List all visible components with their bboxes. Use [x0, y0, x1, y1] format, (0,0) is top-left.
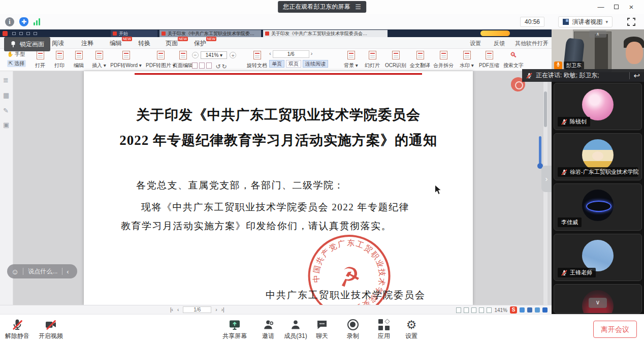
ribbon-tab-annotate[interactable]: 注释 — [81, 39, 93, 48]
view-double-page[interactable]: 双页 — [286, 60, 301, 68]
first-page-icon[interactable]: |‹ — [170, 307, 173, 313]
zoom-out-button[interactable]: − — [192, 52, 199, 58]
start-video-button[interactable]: 开启视频 — [35, 318, 67, 340]
ribbon-tab-convert[interactable]: 转换 — [138, 39, 150, 48]
layout-icon[interactable] — [471, 307, 476, 313]
prev-page-icon[interactable]: ‹ — [177, 307, 179, 313]
hand-tool[interactable]: ✋ 手型 — [7, 51, 25, 58]
quick-chat-placeholder[interactable]: 说点什么... — [28, 267, 57, 276]
ribbon-tab-protect[interactable]: 保护NEW — [194, 39, 206, 48]
fit-page-icon[interactable] — [192, 63, 198, 69]
attachment-panel-icon[interactable]: ▣ — [3, 121, 9, 129]
reply-arrow-icon[interactable]: ↩ — [633, 71, 640, 80]
layout-icon[interactable] — [479, 307, 484, 313]
settings-button[interactable]: ⚙ 设置 — [395, 318, 428, 340]
security-shield-icon[interactable]: ✚ — [19, 17, 28, 26]
participant-tile[interactable]: 王锋老师 — [554, 234, 642, 281]
view-single-page[interactable]: 单页 — [269, 60, 284, 68]
ribbon-settings[interactable]: 设置 — [470, 40, 481, 47]
fullscreen-icon[interactable] — [627, 17, 636, 26]
translate-icon — [416, 51, 424, 59]
quick-print-icon[interactable] — [19, 32, 23, 35]
scrollbar-thumb[interactable] — [544, 91, 547, 127]
close-button[interactable]: × — [624, 2, 639, 13]
minimize-button[interactable]: — — [593, 2, 608, 13]
compress-button[interactable]: PDF压缩 — [475, 50, 503, 70]
status-page-indicator[interactable]: 1/6 — [183, 306, 211, 313]
rotate-left-icon[interactable]: ↺ — [215, 63, 220, 70]
search-text-button[interactable]: 🔍︎搜索文字 — [500, 50, 527, 70]
rotate-right-icon[interactable]: ↻ — [222, 63, 227, 70]
outline-panel-icon[interactable]: ≣ — [3, 76, 9, 84]
next-page-icon[interactable]: › — [215, 307, 217, 313]
sidebar-collapse-handle[interactable]: › — [541, 166, 552, 192]
tab-document[interactable]: 关于印发《中共广东工贸职业技术学院委员会… — [159, 30, 261, 37]
lock-view-tooltip[interactable]: 锁定画面 — [4, 37, 50, 51]
last-page-icon[interactable]: ›| — [221, 307, 224, 313]
view-continuous[interactable]: 连续阅读 — [303, 60, 328, 68]
document-body-line2: 教育学习月活动实施方案》印发给你们，请认真贯彻落实。 — [121, 220, 392, 233]
ocr-button[interactable]: OCR识别 — [382, 50, 409, 70]
actual-size-icon[interactable] — [206, 63, 212, 69]
layout-icon[interactable] — [487, 307, 492, 313]
scroll-down-button[interactable]: ∨ — [589, 298, 607, 308]
scroll-position-marker[interactable] — [539, 136, 541, 164]
participant-tile[interactable]: 陈锐钊 — [554, 83, 642, 130]
emoji-icon[interactable]: ☺ — [11, 267, 19, 276]
banner-menu-icon[interactable]: ☰ — [355, 3, 361, 11]
meeting-info-icon[interactable]: i — [5, 17, 14, 26]
ocr-icon — [392, 51, 400, 59]
participant-tile[interactable]: 徐岩-广东工贸职业技术学院 — [554, 133, 642, 180]
layout-icon[interactable] — [456, 307, 461, 313]
tab-home[interactable]: 开始 — [111, 30, 157, 37]
tab-document-active[interactable]: 关于印发《中共广东工贸职业技术学院委员会… — [263, 30, 388, 37]
share-screen-button[interactable]: 共享屏幕 — [218, 318, 251, 340]
quick-redo-icon[interactable] — [34, 32, 37, 35]
background-button[interactable]: 背景 ▾ — [339, 50, 363, 70]
ribbon-tab-read[interactable]: 阅读 — [52, 39, 64, 48]
pdf-to-word-button[interactable]: PDF转Word ▾ — [110, 50, 142, 70]
record-button[interactable]: 录制 — [337, 318, 369, 340]
participant-tile[interactable]: ∨ — [554, 284, 642, 314]
insert-button[interactable]: 插入 ▾ — [87, 50, 111, 70]
slides-button[interactable]: 幻灯片 — [361, 50, 384, 70]
ime-tray-icon[interactable] — [535, 307, 540, 313]
unmute-button[interactable]: 解除静音 — [1, 318, 34, 340]
network-signal-icon[interactable] — [34, 18, 43, 25]
ime-logo-icon[interactable]: S — [510, 306, 517, 314]
restore-button[interactable] — [608, 2, 624, 13]
quick-undo-icon[interactable] — [26, 32, 30, 35]
ime-tray-icon[interactable] — [527, 307, 532, 313]
rotate-doc-button[interactable]: 旋转文档 — [244, 50, 270, 70]
leave-meeting-button[interactable]: 离开会议 — [593, 321, 637, 338]
presenter-video-tile[interactable]: ∧ 彭卫东 — [552, 29, 644, 72]
quick-save-icon[interactable] — [12, 32, 16, 35]
select-tool[interactable]: ⇱ 选择 — [7, 60, 26, 67]
layout-icon[interactable] — [464, 307, 469, 313]
document-page[interactable]: 关于印发《中共广东工贸职业技术学院委员会 2022 年专题纪律教育学习月活动实施… — [84, 71, 473, 305]
promo-badge[interactable] — [480, 30, 510, 36]
collapse-left-icon[interactable]: ‹ — [67, 268, 69, 275]
ribbon-collapse-icon[interactable]: ∧ — [543, 40, 548, 46]
page-indicator[interactable]: 1/6 — [273, 50, 309, 58]
ribbon-tab-page[interactable]: 页面NEW — [166, 39, 178, 48]
thumbnail-panel-icon[interactable]: ▦ — [3, 91, 9, 99]
layout-view-button[interactable]: 演讲者视图 ▾ — [558, 16, 613, 27]
video-collapse-handle[interactable]: ∧ — [589, 30, 606, 38]
zoom-in-button[interactable]: ＋ — [230, 52, 236, 58]
next-page-icon[interactable]: › — [311, 50, 313, 56]
ime-tray-icon[interactable] — [542, 307, 548, 313]
compress-icon — [486, 51, 493, 59]
quick-chat-bar[interactable]: ☺ 说点什么... ‹ — [7, 264, 77, 278]
fit-width-icon[interactable] — [199, 63, 205, 69]
ribbon-tab-edit[interactable]: 编辑NEW — [110, 39, 122, 48]
zoom-value[interactable]: 141% ▾ — [201, 51, 227, 59]
merge-split-button[interactable]: 合并拆分 — [430, 50, 457, 70]
viewing-banner[interactable]: 您正在观看彭卫东的屏幕 ☰ — [278, 1, 366, 13]
prev-page-icon[interactable]: ‹ — [269, 50, 271, 56]
chat-button[interactable]: 聊天 — [306, 318, 338, 340]
ime-tray-icon[interactable] — [520, 307, 525, 313]
annotation-panel-icon[interactable]: ✎ — [3, 107, 9, 114]
participant-tile[interactable]: 李佳威 — [554, 183, 642, 231]
ribbon-feedback[interactable]: 反馈 — [494, 40, 505, 47]
